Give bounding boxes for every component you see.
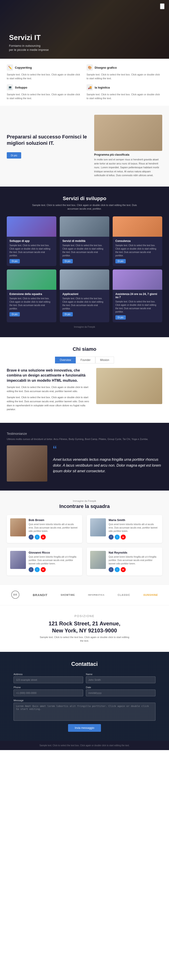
youtube-icon-3[interactable]: ▶: [121, 567, 126, 572]
card-text-3: Sample text. Click to select the text bo…: [9, 297, 54, 310]
youtube-icon-2[interactable]: ▶: [41, 567, 46, 572]
message-textarea[interactable]: [14, 703, 155, 721]
social-icons-3: f t ▶: [109, 567, 159, 572]
twitter-icon-0[interactable]: t: [35, 535, 39, 539]
card-title-1: Servizi di mobilità: [62, 239, 107, 243]
sviluppo-text: Sample text. Click to select the text bo…: [7, 92, 82, 100]
team-desc-3: Quis amet lorem lobortis fringilla alit …: [109, 555, 159, 565]
team-desc-0: Quis amet lorem lobortis lobortis alit u…: [28, 523, 79, 533]
facebook-icon-3[interactable]: f: [109, 567, 114, 572]
phone-input[interactable]: [14, 690, 83, 696]
sviluppo-card-4: Applicazioni Sample text. Click to selec…: [60, 269, 109, 322]
brand-sunshine: Sunshine: [143, 593, 158, 596]
card-title-2: Consulenza: [115, 239, 160, 243]
design-title: Disegno grafico: [95, 66, 117, 69]
prepararsi-left: Prepararsi al successo Fornisci le migli…: [7, 134, 88, 159]
card-btn-5[interactable]: Di più: [115, 315, 126, 320]
brand-showtime: SHOWTIME: [61, 594, 75, 596]
copywriting-title: Copywriting: [15, 66, 32, 69]
brands-section: BR BRANDIT SHOWTIME INFORMATICA CLASSIC …: [0, 584, 169, 605]
card-image-0: [7, 216, 56, 237]
hamburger-menu[interactable]: ☰: [160, 3, 164, 9]
logistica-icon: 🚚: [87, 84, 93, 91]
message-label: Message: [14, 699, 155, 702]
copywriting-icon: ✏️: [7, 64, 13, 71]
chi-main-text1: Sample text. Click to select the text bo…: [7, 385, 90, 393]
sviluppo-card-2: Consulenza Sample text. Click to select …: [113, 216, 162, 266]
youtube-icon-1[interactable]: ▶: [121, 535, 126, 539]
social-icons-0: f t ▶: [28, 535, 79, 539]
facebook-icon-1[interactable]: f: [109, 535, 114, 539]
copywriting-text: Sample text. Click to select the text bo…: [7, 73, 82, 80]
service-card-sviluppo: 💻 Sviluppo Sample text. Click to select …: [7, 84, 82, 100]
form-group-message: Message: [14, 699, 155, 721]
team-desc-2: Quis amet lorem lobortis fringilla alit …: [28, 555, 79, 565]
sviluppo-card-1: Servizi di mobilità Sample text. Click t…: [60, 216, 109, 266]
team-info-3: Nat Reynolds Quis amet lorem lobortis fr…: [109, 551, 159, 572]
prepararsi-btn[interactable]: Di più: [7, 152, 21, 159]
chi-siamo-tabs: Overview Founder Mission: [7, 356, 162, 363]
social-icons-1: f t ▶: [109, 535, 159, 539]
card-btn-2[interactable]: Di più: [115, 259, 126, 263]
address-input[interactable]: [14, 676, 83, 683]
chi-main-title: Brave è una soluzione web innovativa, ch…: [7, 368, 90, 383]
card-image-5: [113, 269, 162, 290]
chi-siamo-image: [96, 368, 162, 404]
submit-button[interactable]: Invia messaggio: [68, 724, 101, 732]
chi-main-text2: Sample text. Click to select the text bo…: [7, 396, 90, 411]
card-btn-0[interactable]: Di più: [9, 259, 20, 263]
card-text-0: Sample text. Click to select the text bo…: [9, 244, 54, 257]
service-icon-row: 💻 Sviluppo: [7, 84, 82, 91]
service-icon-row: 🚚 la logistica: [87, 84, 162, 91]
design-text: Sample text. Click to select the text bo…: [87, 73, 162, 80]
team-avatar-2: [10, 551, 26, 569]
chi-siamo-content: Brave è una soluzione web innovativa, ch…: [7, 368, 162, 414]
logistica-title: la logistica: [95, 86, 110, 89]
phone-label: Phone: [14, 686, 83, 689]
tab-overview[interactable]: Overview: [55, 356, 76, 363]
team-avatar-3: [90, 551, 106, 569]
prepararsi-title: Prepararsi al successo Fornisci le migli…: [7, 134, 88, 146]
sviluppo-title: Sviluppo: [15, 86, 27, 89]
service-icon-row: ✏️ Copywriting: [7, 64, 82, 71]
facebook-icon-2[interactable]: f: [28, 567, 33, 572]
twitter-icon-3[interactable]: t: [115, 567, 120, 572]
quote-text: Amet luctus venenatis lectus magna fring…: [53, 457, 162, 474]
team-desc-1: Quis amet lorem lobortis lobortis alit u…: [109, 523, 159, 533]
form-group-address: Address: [14, 673, 83, 683]
testimonianze-title: Testimonianze: [7, 432, 162, 436]
team-info-1: Maria Smith Quis amet lorem lobortis lob…: [109, 519, 159, 539]
card-title-4: Applicazioni: [62, 293, 107, 296]
card-body-2: Consulenza Sample text. Click to select …: [113, 237, 162, 266]
tab-mission[interactable]: Mission: [95, 356, 114, 363]
facebook-icon-0[interactable]: f: [28, 535, 33, 539]
team-name-3: Nat Reynolds: [109, 551, 159, 554]
card-text-4: Sample text. Click to select the text bo…: [62, 297, 107, 310]
tab-founder[interactable]: Founder: [76, 356, 95, 363]
name-input[interactable]: [86, 676, 155, 683]
date-input[interactable]: [86, 690, 155, 696]
footer: Sample text. Click to select the text bo…: [0, 741, 169, 750]
card-btn-1[interactable]: Di più: [62, 259, 73, 263]
logistica-text: Sample text. Click to select the text bo…: [87, 92, 162, 100]
testimonianze-content: “ Amet luctus venenatis lectus magna fri…: [53, 445, 162, 474]
service-icon-row: 🎨 Disegno grafico: [87, 64, 162, 71]
service-card-logistica: 🚚 la logistica Sample text. Click to sel…: [87, 84, 162, 100]
service-card-copywriting: ✏️ Copywriting Sample text. Click to sel…: [7, 64, 82, 80]
card-btn-3[interactable]: Di più: [9, 312, 20, 317]
card-body-5: Assistenza 24 ore su 24, 7 giorni su 7 S…: [113, 290, 162, 322]
team-card-3: Nat Reynolds Quis amet lorem lobortis fr…: [87, 547, 162, 576]
team-grid: Bob Brown Quis amet lorem lobortis lobor…: [7, 515, 162, 576]
form-group-phone: Phone: [14, 686, 83, 696]
youtube-icon-0[interactable]: ▶: [41, 535, 46, 539]
image-credit: Immagine da Freepik: [7, 326, 162, 328]
twitter-icon-2[interactable]: t: [35, 567, 39, 572]
card-title-3: Estensione della squadra: [9, 293, 54, 296]
twitter-icon-1[interactable]: t: [115, 535, 120, 539]
address-label: Address: [14, 673, 83, 676]
card-image-2: [113, 216, 162, 237]
card-text-5: Sample text. Click to select the text bo…: [115, 300, 160, 313]
card-image-3: [7, 269, 56, 290]
card-btn-4[interactable]: Di più: [62, 312, 73, 317]
sviluppo-icon: 💻: [7, 84, 13, 91]
